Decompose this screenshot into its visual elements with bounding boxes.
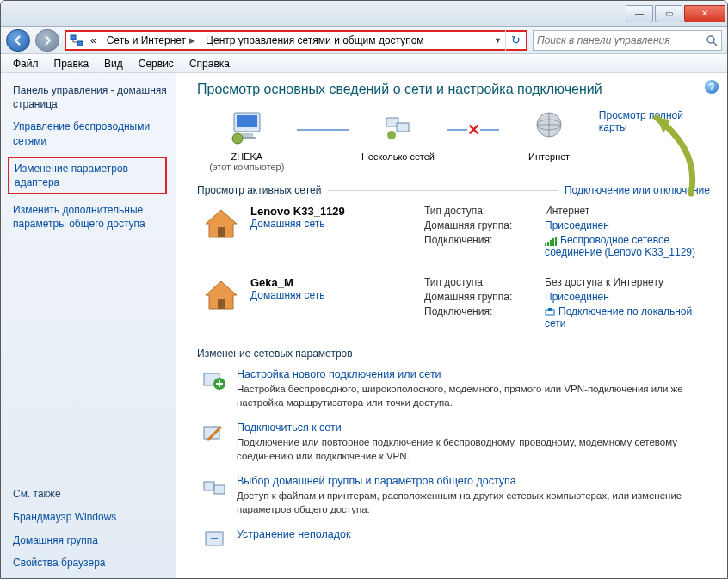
network-name: Lenovo K33_1129 <box>250 205 414 218</box>
home-network-icon <box>202 276 240 314</box>
homegroup-link[interactable]: Присоединен <box>545 291 710 303</box>
breadcrumb-network[interactable]: Сеть и Интернет▶ <box>103 34 199 46</box>
globe-icon <box>531 109 567 145</box>
active-networks-label: Просмотр активных сетей <box>197 184 321 196</box>
svg-point-7 <box>232 133 243 144</box>
arrow-left-icon <box>13 35 23 46</box>
search-icon <box>706 34 718 46</box>
map-internet: Интернет <box>499 109 599 162</box>
map-pc-sub: (этот компьютер) <box>197 162 297 172</box>
sidebar-firewall[interactable]: Брандмауэр Windows <box>13 510 167 524</box>
sidebar-homegroup[interactable]: Домашняя группа <box>13 533 167 547</box>
value-access: Интернет <box>545 205 710 217</box>
ethernet-icon <box>545 307 555 317</box>
network-type-link[interactable]: Домашняя сеть <box>250 218 414 230</box>
sidebar-wireless[interactable]: Управление беспроводными сетями <box>13 120 167 147</box>
close-button[interactable]: ✕ <box>684 5 725 22</box>
help-button[interactable]: ? <box>705 80 719 94</box>
breadcrumb-prefix: « <box>87 34 100 46</box>
connect-disconnect-link[interactable]: Подключение или отключение <box>565 184 710 196</box>
full-map-link[interactable]: Просмотр полной карты <box>599 109 710 133</box>
setting-desc: Доступ к файлам и принтерам, расположенн… <box>237 490 682 514</box>
networks-icon <box>379 109 416 145</box>
titlebar: — ▭ ✕ <box>1 1 727 27</box>
troubleshoot-icon <box>202 528 226 552</box>
refresh-button[interactable]: ↻ <box>505 30 526 51</box>
label-access: Тип доступа: <box>424 205 545 217</box>
menu-help[interactable]: Справка <box>182 56 237 71</box>
search-box[interactable] <box>533 30 722 51</box>
map-conn-2: ✕ <box>447 116 499 144</box>
svg-rect-14 <box>218 299 225 309</box>
main-panel: ? Просмотр основных сведений о сети и на… <box>176 73 727 578</box>
setting-homegroup: Выбор домашней группы и параметров общег… <box>197 475 710 516</box>
sidebar-home[interactable]: Панель управления - домашняя страница <box>13 83 167 111</box>
svg-rect-4 <box>237 115 257 127</box>
svg-rect-9 <box>397 123 409 132</box>
homegroup-icon <box>202 475 226 499</box>
setting-title[interactable]: Устранение неполадок <box>237 528 350 540</box>
chevron-right-icon: ▶ <box>189 36 195 45</box>
connection-link[interactable]: Беспроводное сетевое соединение (Lenovo … <box>545 234 710 258</box>
connection-broken-icon: ✕ <box>467 120 480 139</box>
change-settings-header: Изменение сетевых параметров <box>197 348 710 360</box>
map-multi-label: Несколько сетей <box>349 151 448 162</box>
sidebar-seealso-header: См. также <box>13 488 167 500</box>
menu-view[interactable]: Вид <box>97 56 130 71</box>
address-bar[interactable]: « Сеть и Интернет▶ Центр управления сетя… <box>66 32 490 49</box>
map-this-pc: ZHEKA (этот компьютер) <box>197 109 297 172</box>
new-connection-icon <box>202 368 226 392</box>
svg-rect-0 <box>71 35 76 40</box>
connection-link[interactable]: Подключение по локальной сети <box>545 305 710 330</box>
forward-button[interactable] <box>35 29 59 52</box>
map-networks: Несколько сетей <box>349 109 448 162</box>
network-block-1: Geka_M Домашняя сеть Тип доступа:Без дос… <box>197 276 710 332</box>
content: Панель управления - домашняя страница Уп… <box>1 73 727 578</box>
homegroup-link[interactable]: Присоединен <box>545 219 710 231</box>
search-input[interactable] <box>537 34 706 46</box>
svg-rect-20 <box>204 482 214 490</box>
network-map: ZHEKA (этот компьютер) Несколько сетей ✕… <box>197 109 710 172</box>
setting-title[interactable]: Настройка нового подключения или сети <box>237 368 710 380</box>
computer-icon <box>229 109 265 145</box>
menu-edit[interactable]: Правка <box>47 56 96 71</box>
map-pc-name: ZHEKA <box>197 151 297 162</box>
map-conn-1 <box>297 116 349 144</box>
sidebar-advanced[interactable]: Изменить дополнительные параметры общего… <box>13 203 167 231</box>
network-type-link[interactable]: Домашняя сеть <box>250 289 414 301</box>
svg-rect-16 <box>548 308 552 311</box>
address-bar-highlight: « Сеть и Интернет▶ Центр управления сетя… <box>65 30 527 51</box>
network-name: Geka_M <box>250 276 414 289</box>
svg-rect-1 <box>77 41 83 46</box>
arrow-right-icon <box>42 35 52 46</box>
svg-point-10 <box>387 131 396 139</box>
map-internet-label: Интернет <box>499 151 599 162</box>
svg-rect-5 <box>241 133 253 137</box>
address-dropdown[interactable]: ▼ <box>490 30 505 51</box>
setting-title[interactable]: Выбор домашней группы и параметров общег… <box>237 475 710 487</box>
wifi-bars-icon <box>545 236 557 246</box>
sidebar: Панель управления - домашняя страница Уп… <box>1 73 176 578</box>
svg-point-2 <box>707 36 714 43</box>
maximize-button[interactable]: ▭ <box>655 5 682 22</box>
connect-icon <box>202 422 226 446</box>
setting-desc: Подключение или повторное подключение к … <box>237 437 677 461</box>
page-title: Просмотр основных сведений о сети и наст… <box>197 82 710 97</box>
address-bar-buttons: ▼ ↻ <box>490 30 526 51</box>
sidebar-adapter-highlight[interactable]: Изменение параметров адаптера <box>8 157 167 194</box>
breadcrumb-current[interactable]: Центр управления сетями и общим доступом <box>202 34 428 46</box>
svg-rect-21 <box>214 485 225 494</box>
label-homegroup: Домашняя группа: <box>424 291 545 303</box>
nav-toolbar: « Сеть и Интернет▶ Центр управления сетя… <box>1 27 727 54</box>
setting-new-connection: Настройка нового подключения или сети На… <box>197 368 710 410</box>
menu-bar: Файл Правка Вид Сервис Справка <box>1 54 727 73</box>
change-settings-label: Изменение сетевых параметров <box>197 348 353 360</box>
window-controls: — ▭ ✕ <box>626 5 727 22</box>
home-network-icon <box>202 205 240 243</box>
menu-tools[interactable]: Сервис <box>132 56 181 71</box>
minimize-button[interactable]: — <box>626 5 653 22</box>
sidebar-browser[interactable]: Свойства браузера <box>13 556 167 570</box>
back-button[interactable] <box>6 29 30 52</box>
setting-title[interactable]: Подключиться к сети <box>237 422 710 434</box>
menu-file[interactable]: Файл <box>6 56 46 71</box>
